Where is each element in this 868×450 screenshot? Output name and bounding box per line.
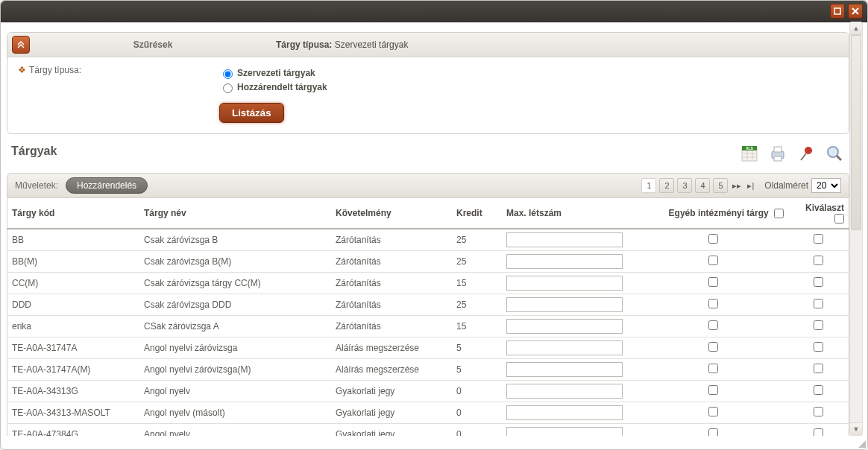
col-credit[interactable]: Kredit [452,198,502,229]
select-checkbox[interactable] [814,407,823,416]
page-5[interactable]: 5 [713,178,728,193]
table-row: DDDCsak záróvizsga DDDZárótanítás25 [7,294,849,316]
cell-select [788,294,849,316]
assign-button[interactable]: Hozzárendelés [66,177,148,194]
cell-select [788,251,849,273]
table-row: TE-A0A-34313GAngol nyelvGyakorlati jegy0 [7,381,849,402]
max-input[interactable] [506,405,623,420]
select-checkbox[interactable] [814,364,823,373]
cell-credit: 15 [452,273,502,294]
col-name[interactable]: Tárgy név [139,198,331,229]
page-3[interactable]: 3 [677,178,692,193]
cell-req: Gyakorlati jegy [331,424,452,436]
list-button[interactable]: Listázás [219,103,284,123]
svg-rect-3 [742,149,757,161]
other-inst-checkbox[interactable] [708,428,718,436]
max-input[interactable] [506,384,623,399]
operations-bar: Műveletek: Hozzárendelés 1 2 3 4 5 ▸▸ ▸|… [7,173,849,198]
cell-code: DDD [7,294,140,316]
max-input[interactable] [506,297,623,312]
cell-other-inst [638,424,788,436]
select-checkbox[interactable] [814,428,823,436]
cell-max [502,402,638,424]
cell-req: Zárótanítás [331,273,452,294]
other-inst-checkbox[interactable] [708,342,718,352]
close-button[interactable] [848,4,863,19]
col-other-inst-all[interactable] [774,209,784,218]
max-input[interactable] [506,232,623,247]
filter-subtitle-label: Tárgy típusa: [276,39,332,50]
col-max[interactable]: Max. létszám [502,198,638,229]
other-inst-checkbox[interactable] [708,256,718,265]
other-inst-checkbox[interactable] [708,277,718,287]
data-table: Tárgy kód Tárgy név Követelmény Kredit M… [7,198,849,436]
cell-code: CC(M) [7,273,140,294]
page-2[interactable]: 2 [659,178,674,193]
cell-credit: 0 [452,424,502,436]
other-inst-checkbox[interactable] [708,320,718,330]
pin-icon[interactable] [796,143,817,164]
export-xls-icon[interactable]: XLS [739,143,760,164]
other-inst-checkbox[interactable] [708,299,718,308]
col-select-all[interactable] [834,214,844,224]
max-input[interactable] [506,276,623,291]
svg-line-14 [801,153,806,160]
select-checkbox[interactable] [814,342,823,352]
resize-handle[interactable] [855,437,866,448]
cell-name: CSak záróvizsga A [139,316,331,338]
table-row: BBCsak záróvizsga BZárótanítás25 [7,229,849,251]
page-next[interactable]: ▸▸ [731,181,743,191]
maximize-button[interactable] [830,4,845,19]
select-checkbox[interactable] [814,385,823,395]
select-checkbox[interactable] [814,256,823,265]
filter-header: Szűrések Tárgy típusa: Szervezeti tárgya… [7,33,849,57]
search-icon[interactable] [824,143,845,164]
col-select-label[interactable]: Kiválaszt [805,203,844,213]
cell-other-inst [638,381,788,402]
page-4[interactable]: 4 [695,178,710,193]
max-input[interactable] [506,319,623,334]
cell-other-inst [638,273,788,294]
cell-code: TE-A0A-47384G [7,424,140,436]
scrollbar[interactable]: ▲ ▼ [849,22,863,436]
other-inst-checkbox[interactable] [708,234,718,244]
max-input[interactable] [506,427,623,436]
other-inst-checkbox[interactable] [708,407,718,416]
radio-assigned[interactable] [223,83,233,93]
cell-select [788,359,849,381]
filter-subtitle-value: Szervezeti tárgyak [335,39,409,50]
cell-req: Gyakorlati jegy [331,402,452,424]
select-checkbox[interactable] [814,277,823,287]
page-size-select[interactable]: 20 [811,178,841,193]
col-req[interactable]: Követelmény [331,198,452,229]
select-checkbox[interactable] [814,299,823,308]
svg-line-16 [837,156,841,160]
cell-select [788,338,849,359]
other-inst-checkbox[interactable] [708,385,718,395]
filter-panel: Szűrések Tárgy típusa: Szervezeti tárgya… [7,32,849,134]
other-inst-checkbox[interactable] [708,364,718,373]
cell-select [788,381,849,402]
filter-subtitle: Tárgy típusa: Szervezeti tárgyak [276,39,408,50]
col-other-inst-label[interactable]: Egyéb intézményi tárgy [669,208,769,218]
page-last[interactable]: ▸| [746,181,755,191]
select-checkbox[interactable] [814,234,823,244]
max-input[interactable] [506,362,623,377]
cell-name: Csak záróvizsga DDD [139,294,331,316]
col-code[interactable]: Tárgy kód [7,198,140,229]
page-1[interactable]: 1 [641,178,656,193]
scroll-thumb[interactable] [851,35,861,230]
scroll-down-button[interactable]: ▼ [850,422,862,435]
radio-org[interactable] [223,69,233,79]
select-checkbox[interactable] [814,320,823,330]
table-row: TE-A0A-34313-MASOLTAngol nyelv (másolt)G… [7,402,849,424]
scroll-up-button[interactable]: ▲ [850,22,862,35]
content: Szűrések Tárgy típusa: Szervezeti tárgya… [7,22,849,436]
collapse-button[interactable] [12,36,30,54]
cell-req: Zárótanítás [331,251,452,273]
table-row: TE-A0A-47384GAngol nyelvGyakorlati jegy0 [7,424,849,436]
max-input[interactable] [506,254,623,269]
max-input[interactable] [506,340,623,355]
cell-req: Gyakorlati jegy [331,381,452,402]
print-icon[interactable] [767,143,788,164]
